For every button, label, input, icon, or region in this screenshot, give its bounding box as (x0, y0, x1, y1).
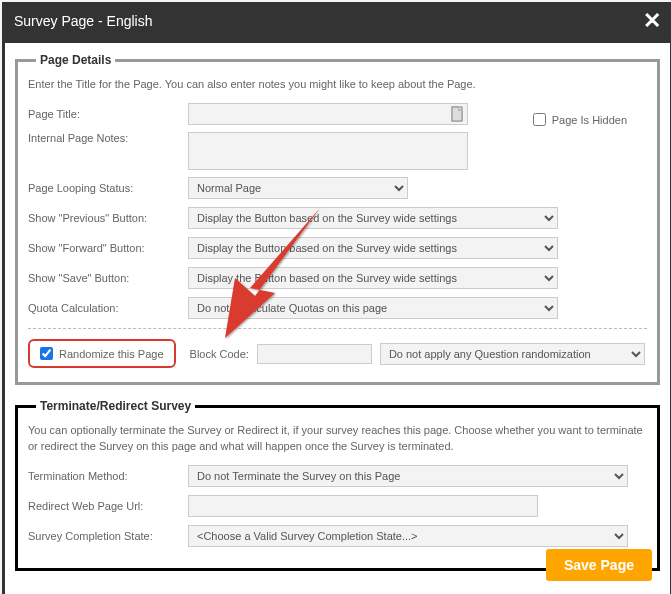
block-code-input[interactable] (257, 344, 372, 364)
page-title-label: Page Title: (28, 108, 188, 120)
randomize-checkbox[interactable] (40, 347, 53, 360)
redirect-url-input[interactable] (188, 495, 538, 517)
notes-input[interactable] (188, 132, 468, 170)
quota-label: Quota Calculation: (28, 302, 188, 314)
termination-method-select[interactable]: Do not Terminate the Survey on this Page (188, 465, 628, 487)
looping-select[interactable]: Normal Page (188, 177, 408, 199)
save-btn-label: Show "Save" Button: (28, 272, 188, 284)
terminate-description: You can optionally terminate the Survey … (28, 423, 647, 454)
looping-label: Page Looping Status: (28, 182, 188, 194)
quota-select[interactable]: Do not recalculate Quotas on this page (188, 297, 558, 319)
randomize-label: Randomize this Page (59, 348, 164, 360)
page-hidden-wrapper: Page Is Hidden (533, 113, 627, 126)
redirect-url-label: Redirect Web Page Url: (28, 500, 188, 512)
page-hidden-label: Page Is Hidden (552, 114, 627, 126)
randomization-select[interactable]: Do not apply any Question randomization (380, 343, 645, 365)
terminate-fieldset: Terminate/Redirect Survey You can option… (15, 399, 660, 571)
fwd-label: Show "Forward" Button: (28, 242, 188, 254)
completion-state-select[interactable]: <Choose a Valid Survey Completion State.… (188, 525, 628, 547)
page-hidden-checkbox[interactable] (533, 113, 546, 126)
page-details-legend: Page Details (36, 53, 115, 67)
prev-select[interactable]: Display the Button based on the Survey w… (188, 207, 558, 229)
fwd-select[interactable]: Display the Button based on the Survey w… (188, 237, 558, 259)
svg-rect-0 (452, 107, 462, 121)
completion-state-label: Survey Completion State: (28, 530, 188, 542)
prev-label: Show "Previous" Button: (28, 212, 188, 224)
save-btn-select[interactable]: Display the Button based on the Survey w… (188, 267, 558, 289)
dialog-content: Page Details Enter the Title for the Pag… (5, 43, 670, 594)
close-icon[interactable]: ✕ (643, 10, 661, 32)
randomize-highlight: Randomize this Page (28, 339, 176, 368)
save-page-button[interactable]: Save Page (546, 549, 652, 581)
page-details-fieldset: Page Details Enter the Title for the Pag… (15, 53, 660, 385)
survey-page-dialog: Survey Page - English ✕ Page Details Ent… (2, 2, 671, 594)
titlebar: Survey Page - English ✕ (2, 2, 671, 40)
window-title: Survey Page - English (14, 13, 153, 29)
bottom-section: Randomize this Page Block Code: Do not a… (28, 328, 647, 368)
block-code-label: Block Code: (190, 348, 249, 360)
page-details-description: Enter the Title for the Page. You can al… (28, 77, 647, 92)
page-title-input[interactable] (188, 103, 468, 125)
document-icon[interactable] (449, 106, 465, 122)
termination-method-label: Termination Method: (28, 470, 188, 482)
terminate-legend: Terminate/Redirect Survey (36, 399, 195, 413)
notes-label: Internal Page Notes: (28, 132, 188, 144)
